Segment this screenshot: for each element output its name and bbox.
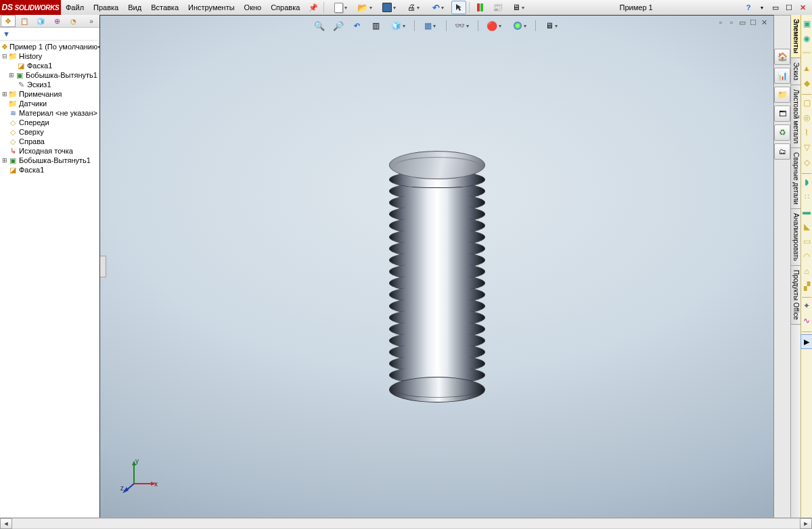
menu-insert[interactable]: Вставка bbox=[146, 0, 183, 15]
cmd-boundary-cut[interactable]: ◇ bbox=[801, 156, 812, 168]
cmd-boundary-boss[interactable]: ◆ bbox=[801, 77, 812, 89]
cmd-sweep-boss[interactable]: 〰 bbox=[801, 47, 812, 60]
screen-capture-button[interactable]: 🖥▾ bbox=[508, 1, 529, 14]
tree-extrude1-b[interactable]: ⊞ ▣ Бобышка-Вытянуть1 bbox=[0, 156, 99, 165]
cmd-loft-boss[interactable]: ▲ bbox=[801, 62, 812, 74]
viewport-3d[interactable]: 🔍 🔎 ↶ ▥ 🧊▾ ▦▾ 👓▾ 🔴▾ ▾ 🖥▾ ▫ ▫ ▭ ☐ ✕ bbox=[99, 15, 774, 518]
cm-tab-office[interactable]: Продукты Office bbox=[791, 266, 800, 325]
tree-front-plane[interactable]: ◇ Спереди bbox=[0, 118, 99, 127]
cmd-fillet[interactable]: ◗ bbox=[801, 176, 812, 188]
panel-drag-handle[interactable] bbox=[100, 256, 106, 277]
cmd-revolve-boss[interactable]: ◉ bbox=[801, 32, 812, 45]
doc-minimize-button[interactable]: ▭ bbox=[738, 18, 747, 26]
zoom-fit-button[interactable]: 🔍 bbox=[311, 18, 328, 33]
scroll-left-button[interactable]: ◄ bbox=[0, 518, 12, 529]
doc-restore2-icon[interactable]: ▫ bbox=[727, 18, 736, 26]
dropdown-icon[interactable]: ▾ bbox=[756, 2, 768, 13]
tp-appearance-button[interactable]: 🗂 bbox=[774, 143, 790, 160]
rebuild-button[interactable] bbox=[472, 1, 487, 14]
cmd-ref-geometry[interactable]: ✦ bbox=[801, 300, 812, 312]
collapse-icon[interactable]: ⊟ bbox=[1, 53, 8, 60]
fm-tab-overflow[interactable]: » bbox=[84, 15, 99, 27]
cm-tab-sheetmetal[interactable]: Листовой металл bbox=[791, 85, 800, 148]
cmd-wrap[interactable]: ◠ bbox=[801, 250, 812, 262]
close-button[interactable]: ✕ bbox=[796, 2, 809, 13]
menu-file[interactable]: Файл bbox=[61, 0, 89, 15]
menu-view[interactable]: Вид bbox=[123, 0, 146, 15]
minimize-button[interactable]: ▭ bbox=[769, 2, 782, 13]
expand-icon[interactable]: ⊞ bbox=[1, 157, 8, 164]
cmd-extrude-cut[interactable]: ▢ bbox=[801, 97, 812, 109]
fm-tab-config[interactable]: 🧊 bbox=[33, 15, 48, 27]
doc-close-button[interactable]: ✕ bbox=[759, 18, 769, 26]
select-button[interactable] bbox=[451, 1, 466, 14]
zoom-area-button[interactable]: 🔎 bbox=[330, 18, 346, 33]
expand-icon[interactable]: ⊞ bbox=[8, 72, 15, 78]
fm-tab-property[interactable]: 📋 bbox=[17, 15, 32, 27]
orientation-button[interactable]: 🧊▾ bbox=[387, 18, 410, 33]
help-pin-icon[interactable]: 📌 bbox=[306, 1, 321, 14]
save-button[interactable]: ▾ bbox=[378, 1, 400, 14]
cm-tab-analyze[interactable]: Анализировать bbox=[791, 209, 800, 266]
cmd-shell[interactable]: ▭ bbox=[801, 235, 812, 248]
tree-history-extrude1[interactable]: ⊞ ▣ Бобышка-Вытянуть1 bbox=[0, 70, 99, 80]
help-icon[interactable]: ? bbox=[742, 2, 754, 13]
fm-tab-feature-tree[interactable]: ❖ bbox=[1, 15, 16, 27]
doc-restore1-icon[interactable]: ▫ bbox=[716, 18, 725, 26]
cmd-dome[interactable]: ⌂ bbox=[801, 265, 812, 277]
scroll-track[interactable] bbox=[12, 518, 800, 529]
cm-tab-elements[interactable]: Элементы bbox=[791, 15, 800, 58]
tp-home-button[interactable]: 🏠 bbox=[774, 49, 790, 65]
tree-history-chamfer1[interactable]: ◪ Фаска1 bbox=[0, 61, 99, 70]
menu-edit[interactable]: Правка bbox=[89, 0, 123, 15]
hide-show-button[interactable]: 👓▾ bbox=[451, 18, 474, 33]
options-button[interactable]: 📰 bbox=[490, 1, 505, 14]
new-doc-button[interactable]: ▾ bbox=[330, 1, 351, 14]
fm-tab-dim[interactable]: ⊕ bbox=[49, 15, 64, 27]
tree-history-sketch1[interactable]: ✎ Эскиз1 bbox=[0, 80, 99, 89]
fm-tab-display[interactable]: ◔ bbox=[66, 15, 81, 27]
tp-resources-button[interactable]: 📊 bbox=[774, 68, 790, 84]
tp-library-button[interactable]: 📁 bbox=[774, 87, 790, 103]
cmd-rib[interactable]: ▬ bbox=[801, 206, 812, 218]
cmd-pattern[interactable]: ∷ bbox=[801, 191, 812, 203]
appearance-button[interactable]: 🔴▾ bbox=[482, 18, 505, 33]
cmd-loft-cut[interactable]: ▽ bbox=[801, 141, 812, 154]
filter-icon[interactable]: ▼ bbox=[3, 30, 10, 38]
section-view-button[interactable]: ▥ bbox=[368, 18, 384, 33]
menu-help[interactable]: Справка bbox=[266, 0, 304, 15]
cmd-sweep-cut[interactable]: ⌇ bbox=[801, 127, 812, 139]
tree-right-plane[interactable]: ◇ Справа bbox=[0, 137, 99, 146]
print-button[interactable]: 🖨▾ bbox=[403, 1, 424, 14]
tree-annotations[interactable]: ⊞ 📁 Примечания bbox=[0, 89, 99, 99]
tree-history[interactable]: ⊟ 📁 History bbox=[0, 51, 99, 61]
cmd-curves[interactable]: ∿ bbox=[801, 315, 812, 327]
undo-button[interactable]: ↶▾ bbox=[427, 1, 449, 14]
cmd-draft[interactable]: ◣ bbox=[801, 221, 812, 233]
tp-explorer-button[interactable]: 🗔 bbox=[774, 106, 790, 122]
open-doc-button[interactable]: 📂▾ bbox=[354, 1, 376, 14]
tree-sensors[interactable]: 📁 Датчики bbox=[0, 99, 99, 108]
cmd-revolve-cut[interactable]: ◎ bbox=[801, 112, 812, 124]
cmd-mirror[interactable]: ▞ bbox=[801, 280, 812, 292]
tree-top-plane[interactable]: ◇ Сверху bbox=[0, 127, 99, 137]
display-style-button[interactable]: ▦▾ bbox=[419, 18, 442, 33]
prev-view-button[interactable]: ↶ bbox=[349, 18, 365, 33]
tree-root[interactable]: ❖ Пример 1 (По умолчанию< bbox=[0, 42, 99, 51]
doc-maximize-button[interactable]: ☐ bbox=[748, 18, 758, 26]
tp-palette-button[interactable]: ♻ bbox=[774, 124, 790, 141]
cm-tab-sketch[interactable]: Эскиз bbox=[791, 58, 800, 85]
tree-chamfer1-b[interactable]: ◪ Фаска1 bbox=[0, 165, 99, 175]
menu-tools[interactable]: Инструменты bbox=[183, 0, 240, 15]
tree-origin[interactable]: ↳ Исходная точка bbox=[0, 146, 99, 156]
cm-tab-weldments[interactable]: Сварные детали bbox=[791, 148, 800, 209]
tree-material[interactable]: ≋ Материал <не указан> bbox=[0, 108, 99, 118]
scroll-right-button[interactable]: ► bbox=[800, 518, 812, 529]
cmd-instant3d[interactable]: ▶ bbox=[800, 334, 812, 349]
maximize-button[interactable]: ☐ bbox=[783, 2, 795, 13]
menu-window[interactable]: Окно bbox=[240, 0, 267, 15]
cmd-extrude-boss[interactable]: ▣ bbox=[801, 18, 812, 30]
expand-icon[interactable]: ⊞ bbox=[1, 91, 8, 97]
view-settings-button[interactable]: 🖥▾ bbox=[540, 18, 563, 33]
scene-button[interactable]: ▾ bbox=[508, 18, 531, 33]
